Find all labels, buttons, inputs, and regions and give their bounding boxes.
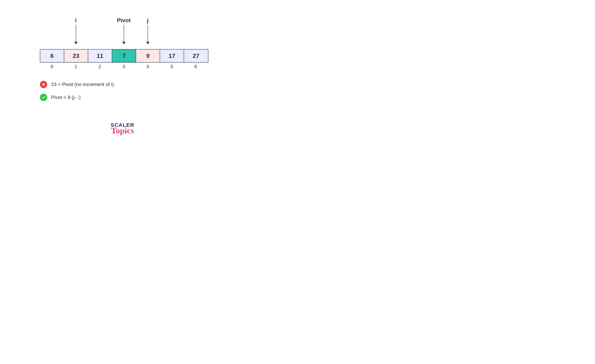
array-cell-6: 27 — [184, 49, 208, 62]
index-2: 2 — [88, 64, 112, 70]
pointer-pivot-label: Pivot — [112, 17, 136, 23]
array-cell-5: 17 — [160, 49, 184, 62]
pointer-i: i — [64, 17, 88, 44]
array-cell-0: 6 — [40, 49, 64, 62]
condition-pass-text: Pivot < 9 (j- -) — [51, 95, 81, 100]
brand-logo: SCALER Topics — [111, 122, 134, 134]
arrow-down-icon — [148, 25, 148, 44]
check-icon — [40, 94, 47, 101]
array-cell-3: 7 — [112, 49, 136, 62]
index-6: 6 — [184, 64, 208, 70]
pointer-pivot: Pivot — [112, 17, 136, 44]
index-5: 5 — [160, 64, 184, 70]
array-row: 6 23 11 7 9 17 27 — [40, 49, 208, 63]
condition-fail-text: 23 < Pivot (no increment of i) — [51, 82, 114, 87]
index-3: 3 — [112, 64, 136, 70]
pointer-slot-6 — [184, 17, 208, 44]
condition-fail: 23 < Pivot (no increment of i) — [40, 81, 114, 88]
index-row: 0 1 2 3 4 5 6 — [40, 64, 208, 70]
pointer-slot-2 — [88, 17, 112, 44]
pointer-j-label: j — [136, 17, 160, 23]
pointer-j: j — [136, 17, 160, 44]
pointer-i-label: i — [64, 17, 88, 23]
brand-bottom-text: Topics — [111, 127, 134, 134]
array-cell-4: 9 — [136, 49, 160, 62]
array-cell-1: 23 — [64, 49, 88, 62]
cross-icon — [40, 81, 47, 88]
index-4: 4 — [136, 64, 160, 70]
array-cell-2: 11 — [88, 49, 112, 62]
arrow-down-icon — [76, 25, 76, 44]
index-0: 0 — [40, 64, 64, 70]
condition-pass: Pivot < 9 (j- -) — [40, 94, 114, 101]
pointer-slot-5 — [160, 17, 184, 44]
arrow-down-icon — [124, 25, 124, 44]
pointer-slot-0 — [40, 17, 64, 44]
diagram-canvas: i Pivot j 6 23 11 7 9 17 27 0 1 2 3 4 5 … — [0, 0, 245, 150]
pointer-row: i Pivot j — [40, 17, 208, 44]
index-1: 1 — [64, 64, 88, 70]
conditions-list: 23 < Pivot (no increment of i) Pivot < 9… — [40, 81, 114, 107]
